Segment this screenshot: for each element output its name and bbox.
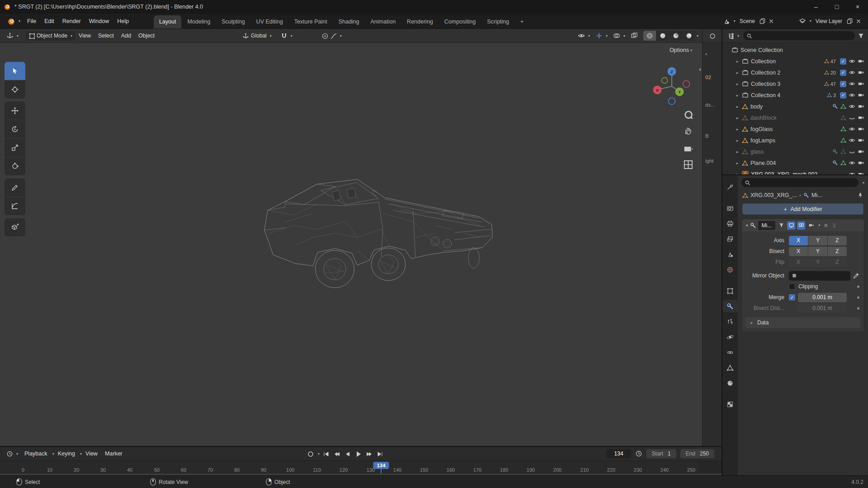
eye-icon[interactable] (849, 171, 855, 174)
remove-view-layer-icon[interactable] (855, 18, 862, 24)
axis-z-button[interactable]: Z (828, 236, 847, 245)
maximize-button[interactable]: □ (826, 0, 847, 14)
bisect-x-button[interactable]: X (789, 247, 808, 256)
object-type-visibility-button[interactable]: ▾ (575, 31, 593, 41)
tab-animation[interactable]: Animation (365, 15, 401, 28)
outliner-search[interactable] (743, 31, 855, 40)
add-workspace-button[interactable]: + (515, 15, 529, 28)
eye-icon[interactable] (849, 80, 855, 87)
shading-solid-button[interactable] (656, 31, 669, 41)
strip-body[interactable]: ‹ 02 ds... B ight (703, 43, 722, 446)
axis-x-button[interactable]: X (789, 236, 808, 245)
outliner-row-object[interactable]: ▸ body (722, 101, 868, 112)
app-menu-button[interactable]: ▾ (5, 16, 23, 27)
menu-marker[interactable]: Marker (101, 449, 126, 458)
eye-icon[interactable] (849, 92, 855, 99)
viewport-options-button[interactable]: Options ▾ (670, 47, 692, 53)
tab-tool[interactable] (723, 181, 737, 193)
tab-compositing[interactable]: Compositing (439, 15, 481, 28)
animate-dot[interactable] (857, 286, 859, 288)
camera-render-icon[interactable] (858, 126, 864, 132)
data-subpanel-header[interactable]: ▸ Data (745, 317, 860, 328)
outliner-row-object[interactable]: ▸ fogGlass (722, 123, 868, 135)
drag-handle-icon[interactable]: ⣿ (833, 223, 836, 228)
filter-funnel-icon[interactable] (858, 33, 864, 39)
camera-view-icon[interactable] (683, 142, 693, 152)
menu-help[interactable]: Help (113, 17, 133, 26)
play-button[interactable] (354, 449, 363, 459)
view-layer-name[interactable]: View Layer (816, 18, 842, 24)
scene-name[interactable]: Scene (740, 18, 755, 24)
modifier-edit-mode-toggle[interactable] (787, 221, 795, 230)
camera-render-icon[interactable] (858, 171, 864, 174)
proportional-editing-toggle[interactable]: ▾ (319, 31, 344, 41)
disclosure-icon[interactable]: ▸ (735, 138, 740, 143)
camera-render-icon[interactable] (858, 92, 864, 99)
camera-render-icon[interactable] (858, 58, 864, 65)
eye-icon[interactable] (849, 69, 855, 76)
eye-closed-icon[interactable] (849, 114, 855, 121)
bisect-z-button[interactable]: Z (828, 247, 847, 256)
tool-transform[interactable] (5, 157, 25, 175)
tab-rendering[interactable]: Rendering (401, 15, 439, 28)
eye-icon[interactable] (849, 103, 855, 110)
current-frame-field[interactable]: 134 (607, 449, 631, 458)
jump-to-end-button[interactable] (375, 449, 385, 459)
clipping-checkbox[interactable] (789, 283, 795, 290)
disclosure-icon[interactable]: ▸ (735, 161, 740, 165)
disclosure-icon[interactable]: ▸ (735, 116, 740, 120)
menu-file[interactable]: File (23, 17, 40, 26)
tool-measure[interactable] (5, 197, 25, 215)
camera-render-icon[interactable] (858, 103, 864, 110)
exclude-checkbox[interactable]: ✓ (840, 81, 846, 87)
shading-rendered-button[interactable] (683, 31, 695, 41)
outliner-row-object[interactable]: ▸ fogLamps (722, 135, 868, 146)
tab-modeling[interactable]: Modeling (182, 15, 216, 28)
transform-orientation-selector[interactable]: Global ▾ (240, 31, 274, 41)
bisect-y-button[interactable]: Y (808, 247, 827, 256)
start-frame-field[interactable]: Start 1 (646, 449, 676, 458)
tool-cursor[interactable] (5, 80, 25, 99)
outliner-row-collection[interactable]: ▸ Collection 2 20 ✓ (722, 67, 868, 78)
disclosure-icon[interactable]: ▸ (735, 104, 740, 109)
camera-render-icon[interactable] (858, 137, 864, 144)
properties-search[interactable] (741, 178, 859, 187)
outliner-row-object[interactable]: ▸ glass (722, 146, 868, 157)
menu-render[interactable]: Render (58, 17, 85, 26)
show-overlays-button[interactable]: ▾ (610, 31, 628, 41)
disclosure-icon[interactable]: ▸ (735, 93, 740, 98)
tab-object-data[interactable] (723, 361, 737, 374)
timeline-ruler[interactable]: 0 10 20 30 40 50 60 70 80 90 100 110 120… (0, 461, 722, 475)
disclosure-icon[interactable]: ▸ (735, 127, 740, 131)
camera-render-icon[interactable] (858, 160, 864, 166)
tab-render[interactable] (723, 202, 737, 214)
camera-render-icon[interactable] (858, 69, 864, 76)
end-frame-field[interactable]: End 250 (680, 449, 714, 458)
next-keyframe-button[interactable] (364, 449, 374, 459)
tab-material[interactable] (723, 377, 737, 389)
exclude-checkbox[interactable]: ✓ (840, 58, 846, 65)
mode-selector[interactable]: Object Mode ▾ (26, 31, 75, 40)
viewport-canvas[interactable]: Options ▾ ‹ Z X Y (0, 43, 702, 446)
modifier-render-toggle[interactable] (807, 221, 815, 230)
tab-constraints[interactable] (723, 346, 737, 358)
tool-annotate[interactable] (5, 178, 25, 197)
merge-checkbox[interactable]: ✓ (789, 294, 795, 300)
strip-header[interactable] (703, 29, 722, 43)
tab-object[interactable] (723, 285, 737, 297)
camera-render-icon[interactable] (858, 148, 864, 155)
sidebar-collapse-arrow[interactable]: ‹ (699, 66, 701, 73)
expand-chevron-icon[interactable]: ▾ (746, 223, 748, 228)
shading-wireframe-button[interactable] (643, 31, 656, 41)
menu-playback[interactable]: Playback (21, 449, 51, 458)
minimize-button[interactable]: – (806, 0, 826, 14)
outliner-row-object[interactable]: ▸ dashBlock (722, 112, 868, 123)
tool-move[interactable] (5, 102, 25, 120)
tab-texture[interactable] (723, 398, 737, 410)
tab-output[interactable] (723, 217, 737, 230)
new-view-layer-icon[interactable] (846, 18, 853, 24)
add-modifier-button[interactable]: + Add Modifier (742, 203, 863, 215)
tab-sculpting[interactable]: Sculpting (216, 15, 250, 28)
menu-add[interactable]: Add (118, 31, 135, 40)
modifier-on-cage-toggle[interactable] (777, 221, 785, 230)
